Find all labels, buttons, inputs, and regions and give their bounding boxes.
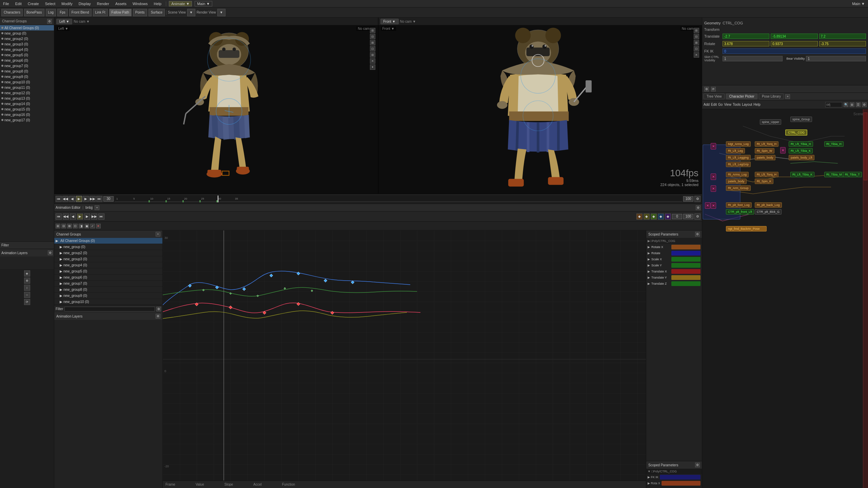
fkik-input[interactable]: [723, 48, 866, 54]
channel-group-14[interactable]: new_group14 (0): [0, 101, 54, 106]
viewport-left-tab[interactable]: Left ▼: [56, 19, 72, 24]
node-24[interactable]: CTR_plt_front_Lft: [726, 209, 754, 215]
viewport-left[interactable]: Left ▼ No cam ▼: [54, 18, 378, 194]
channel-group-17[interactable]: new_group17 (0): [0, 117, 54, 123]
ae-anim-layers-settings[interactable]: ⚙: [156, 314, 160, 319]
node-23[interactable]: Rt_plt_back_Log: [755, 202, 782, 208]
ne-tools-btn[interactable]: Tools: [733, 103, 741, 106]
transport-play[interactable]: ▶: [76, 196, 82, 202]
channel-group-16[interactable]: new_group16 (0): [0, 112, 54, 117]
vctrl-4[interactable]: ⊡: [370, 46, 375, 52]
btn-link[interactable]: Link Ft: [93, 9, 108, 16]
ae-key-btn-5[interactable]: ◆: [665, 214, 671, 220]
channel-group-7[interactable]: new_group7 (0): [0, 63, 54, 68]
translate-x-input[interactable]: [723, 34, 769, 39]
ae-key-btn-1[interactable]: ◆: [636, 214, 643, 220]
ae-transport-next[interactable]: ▶▶: [91, 214, 97, 220]
ae-channel-1[interactable]: ▶ new_group (0): [54, 244, 162, 250]
vctrl-r3[interactable]: ⊠: [694, 40, 699, 45]
ae-filter-settings[interactable]: ⚙: [156, 307, 161, 311]
workspace-selector[interactable]: Main ▼: [195, 1, 212, 6]
ae-channel-6[interactable]: ▶ new_group6 (0): [54, 274, 162, 281]
ae-transport-play[interactable]: ▶: [77, 214, 83, 220]
ne-search-input[interactable]: [825, 102, 842, 107]
node-13[interactable]: Rt_Tibia_H: [824, 141, 844, 147]
ne-grid-btn[interactable]: ⊞: [850, 102, 854, 107]
scoped-params-settings[interactable]: ⚙: [695, 232, 700, 237]
translate-z-input[interactable]: [819, 34, 866, 39]
ae-channels-add[interactable]: +: [156, 232, 160, 237]
vctrl-5[interactable]: ⊞: [370, 52, 375, 58]
ae-tb-2[interactable]: ⊟: [61, 224, 66, 228]
ne-refresh[interactable]: ⟳: [711, 87, 716, 92]
side-ctrl-3[interactable]: ↕: [24, 285, 30, 291]
ae-channel-3[interactable]: ▶ new_group3 (0): [54, 256, 162, 262]
ae-frame-start[interactable]: [672, 214, 682, 219]
node-canvas[interactable]: Scene: [702, 109, 868, 488]
node-25[interactable]: CTR_plt_Blck_G: [755, 209, 782, 215]
ne-edit-btn[interactable]: Edit: [711, 103, 717, 106]
rotate-x-input[interactable]: [723, 41, 769, 46]
btn-fallow-path[interactable]: Fallow Path: [109, 9, 132, 16]
bear-vis-input[interactable]: [806, 56, 866, 61]
vctrl-3[interactable]: ⊠: [370, 40, 375, 45]
vctrl-1[interactable]: ⊞: [370, 28, 375, 33]
ne-list-btn[interactable]: ☰: [856, 102, 861, 107]
transport-to-start[interactable]: ⏮: [56, 196, 62, 202]
menu-assets[interactable]: Assets: [114, 1, 128, 6]
ne-layout-btn[interactable]: Layout: [742, 103, 752, 106]
menu-help[interactable]: Help: [152, 1, 163, 6]
ae-transport-prevf[interactable]: ◀: [70, 214, 76, 220]
node-20[interactable]: Rt_Tibia_M: [824, 172, 844, 177]
node-18[interactable]: Rt_Spin_K: [755, 179, 773, 184]
ae-channel-all[interactable]: ▶ All Channel Groups (0): [54, 238, 162, 244]
channel-group-13[interactable]: new_group13 (0): [0, 96, 54, 101]
node-21[interactable]: Rt_Tibia_T: [843, 172, 862, 177]
btn-fps[interactable]: Fps: [57, 9, 68, 16]
menu-file[interactable]: File: [1, 1, 11, 6]
side-ctrl-1[interactable]: ◈: [24, 270, 30, 277]
vctrl-7[interactable]: ✦: [370, 64, 375, 70]
skirt-vis-input[interactable]: [723, 56, 783, 61]
bottom-scoped-settings[interactable]: ⚙: [695, 463, 700, 467]
transport-prev-frame[interactable]: ◀: [69, 196, 75, 202]
ae-key-btn-2[interactable]: ◆: [644, 214, 650, 220]
tab-character-picker[interactable]: Character Picker: [726, 94, 757, 99]
node-14[interactable]: Rt_Arms_Log: [726, 172, 749, 177]
menu-select[interactable]: Select: [43, 1, 57, 6]
node-4[interactable]: Rt_Lft_Leg: [726, 148, 745, 154]
side-ctrl-5[interactable]: ⟳: [24, 299, 30, 305]
ae-key-btn-4[interactable]: ◆: [658, 214, 664, 220]
side-ctrl-2[interactable]: ⊕: [24, 278, 30, 284]
ne-add-tab[interactable]: +: [785, 94, 790, 99]
btn-frontblend[interactable]: Front Blend: [69, 9, 92, 16]
node-5[interactable]: Rt_Lft_Legging: [726, 155, 751, 160]
viewport-right-tab[interactable]: Front ▼: [380, 19, 399, 24]
menu-display[interactable]: Display: [77, 1, 93, 6]
channel-group-12[interactable]: new_group12 (0): [0, 90, 54, 96]
timeline-ruler[interactable]: 1 5 10 15 20 25 30 35: [115, 196, 682, 202]
node-17[interactable]: Rt_Lft_Torq_H: [755, 172, 778, 177]
node-3[interactable]: Mgt_Arms_Log: [726, 141, 751, 147]
menu-render[interactable]: Render: [95, 1, 111, 6]
menu-edit[interactable]: Edit: [14, 1, 23, 6]
channel-group-9[interactable]: new_group9 (0): [0, 74, 54, 79]
menu-modify[interactable]: Modify: [60, 1, 74, 6]
node-x1[interactable]: ✕: [711, 143, 716, 149]
btn-scene-view[interactable]: ▼: [187, 9, 195, 16]
node-11[interactable]: Rt_Lft_Tibia_K: [789, 148, 813, 154]
node-ctrl-cog[interactable]: CTRL_COG: [785, 129, 807, 136]
ae-transport-end[interactable]: ⏭: [98, 214, 104, 220]
channel-options-btn[interactable]: ⚙: [47, 19, 52, 24]
ae-tb-4[interactable]: ⊡: [73, 224, 78, 228]
channel-group-15[interactable]: new_group15 (0): [0, 106, 54, 112]
ae-transport-prev[interactable]: ◀◀: [63, 214, 69, 220]
node-x3[interactable]: ✕: [711, 174, 716, 180]
mode-selector[interactable]: Animate ▼: [169, 1, 192, 6]
side-ctrl-4[interactable]: ↔: [24, 292, 30, 298]
transport-next[interactable]: ▶▶: [90, 196, 96, 202]
node-10[interactable]: Rt_Lft_Tibia_H: [789, 141, 813, 147]
current-frame-input[interactable]: [103, 196, 114, 202]
vctrl-6[interactable]: ✕: [370, 58, 375, 64]
vctrl-r5[interactable]: ✕: [694, 52, 699, 58]
